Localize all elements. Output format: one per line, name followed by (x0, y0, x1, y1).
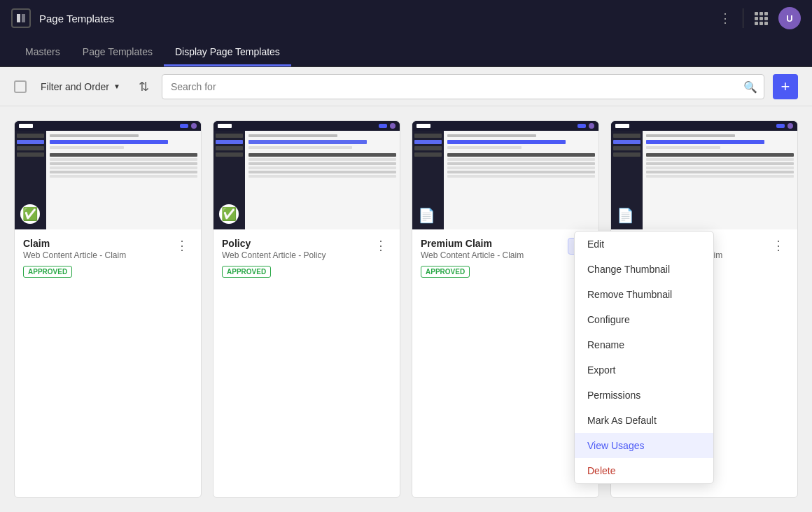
menu-item-permissions[interactable]: Permissions (575, 383, 713, 408)
card-subtitle-claim: Web Content Article - Claim (23, 250, 172, 260)
card-thumbnail-urgent-claim: 📄 (611, 121, 797, 229)
card-name-claim: Claim (23, 238, 172, 249)
card-badge-premium-claim: 📄 (418, 207, 435, 224)
card-info-policy: Policy Web Content Article - Policy APPR… (214, 229, 400, 285)
doc-icon-urgent-claim: 📄 (617, 208, 634, 223)
top-bar-actions: ⋮ U (719, 7, 801, 29)
menu-item-configure[interactable]: Configure (575, 307, 713, 332)
card-subtitle-policy: Web Content Article - Policy (222, 250, 370, 260)
card-info-claim: Claim Web Content Article - Claim APPROV… (15, 229, 201, 285)
card-name-policy: Policy (222, 238, 370, 249)
template-card-premium-claim: 📄 Premium Claim Web Content Article - Cl… (412, 120, 599, 498)
doc-icon-premium-claim: 📄 (418, 208, 435, 223)
card-subtitle-premium-claim: Web Content Article - Claim (421, 250, 568, 260)
sort-button[interactable]: ⇅ (134, 75, 153, 99)
card-text-policy: Policy Web Content Article - Policy APPR… (222, 238, 370, 278)
template-card-policy: ✅ Policy Web Content Article - Policy AP… (213, 120, 400, 498)
search-wrap: 🔍 (162, 74, 764, 99)
tab-display-page-templates[interactable]: Display Page Templates (164, 39, 291, 66)
more-options-icon[interactable]: ⋮ (719, 10, 732, 26)
filter-label: Filter and Order (41, 81, 109, 92)
card-tag-claim: APPROVED (23, 266, 72, 278)
menu-item-export[interactable]: Export (575, 357, 713, 383)
menu-item-mark-as-default[interactable]: Mark As Default (575, 408, 713, 433)
card-text-claim: Claim Web Content Article - Claim APPROV… (23, 238, 172, 278)
card-info-premium-claim: Premium Claim Web Content Article - Clai… (412, 229, 598, 285)
top-bar: Page Templates ⋮ U (0, 0, 812, 36)
card-badge-claim: ✅ (20, 204, 40, 224)
card-name-premium-claim: Premium Claim (421, 238, 568, 249)
search-button[interactable]: 🔍 (743, 80, 757, 93)
card-thumbnail-policy: ✅ (214, 121, 400, 229)
search-input[interactable] (162, 74, 764, 99)
context-menu: Edit Change Thumbnail Remove Thumbnail C… (574, 231, 714, 484)
tab-page-templates[interactable]: Page Templates (71, 39, 164, 66)
apps-grid-icon[interactable] (755, 12, 767, 24)
add-button[interactable]: + (773, 74, 798, 99)
tabs-bar: Masters Page Templates Display Page Temp… (0, 36, 812, 67)
menu-item-view-usages[interactable]: View Usages (575, 433, 713, 458)
card-tag-premium-claim: APPROVED (421, 266, 470, 278)
card-thumbnail-claim: ✅ (15, 121, 201, 229)
menu-item-edit[interactable]: Edit (575, 232, 713, 257)
card-menu-button-policy[interactable]: ⋮ (370, 238, 391, 253)
check-icon-claim: ✅ (20, 204, 40, 224)
card-menu-button-urgent-claim[interactable]: ⋮ (768, 238, 789, 253)
template-card-claim: ✅ Claim Web Content Article - Claim APPR… (14, 120, 202, 498)
app-icon (11, 8, 31, 28)
card-badge-urgent-claim: 📄 (617, 207, 634, 224)
menu-item-change-thumbnail[interactable]: Change Thumbnail (575, 257, 713, 282)
card-badge-policy: ✅ (219, 204, 239, 224)
menu-item-rename[interactable]: Rename (575, 332, 713, 357)
divider (743, 8, 743, 28)
tab-masters[interactable]: Masters (14, 39, 71, 66)
toolbar: Filter and Order ▼ ⇅ 🔍 + (0, 67, 812, 106)
filter-order-button[interactable]: Filter and Order ▼ (35, 77, 126, 97)
svg-rect-1 (22, 14, 25, 22)
menu-item-remove-thumbnail[interactable]: Remove Thumbnail (575, 282, 713, 307)
user-avatar[interactable]: U (778, 7, 801, 29)
card-tag-policy: APPROVED (222, 266, 271, 278)
app-title: Page Templates (39, 13, 710, 24)
card-thumbnail-premium-claim: 📄 (412, 121, 598, 229)
menu-item-delete[interactable]: Delete (575, 458, 713, 483)
check-icon-policy: ✅ (219, 204, 239, 224)
card-menu-button-claim[interactable]: ⋮ (172, 238, 192, 253)
chevron-down-icon: ▼ (113, 83, 120, 90)
card-text-premium-claim: Premium Claim Web Content Article - Clai… (421, 238, 568, 278)
svg-rect-0 (17, 14, 20, 22)
select-all-checkbox[interactable] (14, 80, 27, 93)
